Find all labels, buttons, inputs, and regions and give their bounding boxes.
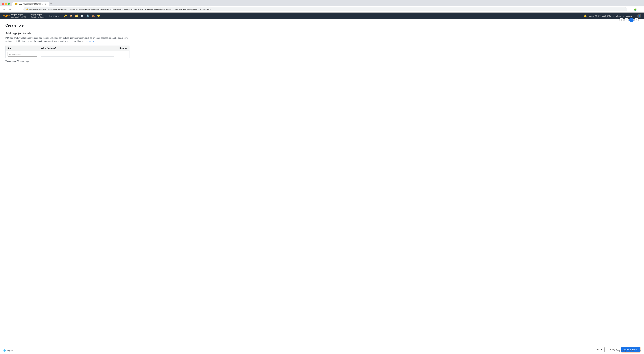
tab-favicon: 🔧 xyxy=(15,3,18,5)
support-chevron-icon: ▾ xyxy=(634,15,635,17)
table-header-row: Key Value (optional) Remove xyxy=(6,46,130,51)
nav-support-label[interactable]: Support xyxy=(626,15,632,17)
notification-bell-icon[interactable]: 🔔 xyxy=(584,14,587,17)
region1-title: Ningxia Region xyxy=(11,14,26,16)
region2-sub: Operated by Sinnet xyxy=(30,16,45,18)
new-tab-button[interactable]: + xyxy=(49,1,54,6)
table-row xyxy=(6,51,130,58)
aws-region2-info: Beijing Region Operated by Sinnet xyxy=(30,14,45,18)
browser-actions: ☆ 🧩 ⋮ xyxy=(628,7,642,11)
tag-value-input[interactable] xyxy=(41,52,114,57)
user-chevron-icon: ▾ xyxy=(613,15,614,17)
dot-green[interactable] xyxy=(8,3,10,5)
back-button[interactable]: ← xyxy=(2,7,6,11)
user-avatar[interactable]: 👤 xyxy=(637,14,641,18)
table-header-key: Key xyxy=(6,46,39,51)
cancel-button[interactable]: Cancel xyxy=(592,347,604,352)
reload-button[interactable]: ↻ xyxy=(14,7,18,11)
step-4: 4 xyxy=(634,18,639,22)
bookmark-icon[interactable]: ☆ xyxy=(628,7,632,11)
page-header-row: Create role 1 2 3 4 xyxy=(5,23,639,30)
tab-title: IAM Management Console xyxy=(19,3,42,5)
tag-key-input[interactable] xyxy=(8,52,37,57)
browser-titlebar: 🔧 IAM Management Console ✕ + xyxy=(0,0,644,6)
services-label: Services xyxy=(49,15,57,17)
url-text: console.amazonaws.cn/iam/home?region=cn-… xyxy=(29,8,625,10)
nav-icon-7[interactable]: ⭐ xyxy=(97,14,100,18)
home-button[interactable]: ⌂ xyxy=(19,7,22,11)
table-header-remove: Remove xyxy=(116,46,130,51)
aws-region-info: Ningxia Region Operated by NWCD xyxy=(11,14,26,18)
learn-more-link[interactable]: Learn more xyxy=(85,40,95,42)
table-header-value: Value (optional) xyxy=(39,46,116,51)
lock-icon: 🔒 xyxy=(26,8,28,10)
step-3-active: 3 xyxy=(629,18,634,22)
nav-icons: 🔑 📦 🗂️ 📋 ⚙️ 📥 ⭐ xyxy=(64,14,100,18)
key-cell xyxy=(6,51,39,58)
nav-icon-2[interactable]: 📦 xyxy=(69,14,73,18)
main-content: Create role 1 2 3 4 Add tags (optional) … xyxy=(0,19,644,354)
nav-icon-4[interactable]: 📋 xyxy=(80,14,84,18)
extensions-icon[interactable]: 🧩 xyxy=(633,7,637,11)
aws-navbar: aws Ningxia Region Operated by NWCD | Be… xyxy=(0,12,644,19)
section-title: Add tags (optional) xyxy=(5,32,639,35)
nav-user-label[interactable]: pcman @ 4200-2996-0748 xyxy=(589,15,611,17)
footer-links: Privacy Policy Terms of Use xyxy=(610,347,644,354)
url-bar[interactable]: 🔒 console.amazonaws.cn/iam/home?region=c… xyxy=(24,7,627,11)
remove-cell xyxy=(116,51,130,58)
description-text: IAM tags are key-value pairs you can add… xyxy=(5,36,130,43)
services-menu-button[interactable]: Services ▾ xyxy=(48,15,60,17)
nav-right: 🔔 pcman @ 4200-2996-0748 ▾ Global ▾ Supp… xyxy=(584,14,641,18)
browser-dots xyxy=(2,3,10,5)
nav-global-label[interactable]: Global xyxy=(616,15,621,17)
content-area: Create role 1 2 3 4 Add tags (optional) … xyxy=(5,23,639,76)
aws-logo-text: aws xyxy=(3,14,10,18)
address-bar: ← → ↻ ⌂ 🔒 console.amazonaws.cn/iam/home?… xyxy=(0,6,644,12)
services-chevron-icon: ▾ xyxy=(58,15,59,17)
footer-language[interactable]: 🌐 English xyxy=(0,347,17,354)
step-2: 2 xyxy=(624,18,628,22)
tags-hint: You can add 50 more tags. xyxy=(5,60,639,62)
region-divider: | xyxy=(28,15,28,17)
tags-table: Key Value (optional) Remove xyxy=(5,45,130,58)
step-1: 1 xyxy=(619,18,624,22)
nav-icon-5[interactable]: ⚙️ xyxy=(86,14,90,18)
nav-icon-1[interactable]: 🔑 xyxy=(64,14,68,18)
browser-chrome: 🔧 IAM Management Console ✕ + ← → ↻ ⌂ 🔒 c… xyxy=(0,0,644,12)
privacy-policy-link[interactable]: Privacy Policy xyxy=(614,349,626,352)
terms-of-use-link[interactable]: Terms of Use xyxy=(629,349,641,352)
nav-icon-6[interactable]: 📥 xyxy=(91,14,95,18)
page-footer: Cancel Previous Next: Review xyxy=(0,345,644,354)
value-cell xyxy=(39,51,116,58)
dot-red[interactable] xyxy=(2,3,4,5)
globe-icon: 🌐 xyxy=(3,349,6,352)
tab-close-button[interactable]: ✕ xyxy=(44,3,46,5)
region1-sub: Operated by NWCD xyxy=(11,16,26,18)
menu-icon[interactable]: ⋮ xyxy=(638,7,642,11)
dot-yellow[interactable] xyxy=(5,3,7,5)
aws-logo[interactable]: aws Ningxia Region Operated by NWCD | Be… xyxy=(3,14,45,18)
page-title: Create role xyxy=(5,23,24,28)
nav-icon-3[interactable]: 🗂️ xyxy=(75,14,78,18)
forward-button[interactable]: → xyxy=(8,7,12,11)
region2-title: Beijing Region xyxy=(30,14,45,16)
browser-tab-active[interactable]: 🔧 IAM Management Console ✕ xyxy=(12,2,49,6)
language-label: English xyxy=(7,349,14,352)
tab-bar: 🔧 IAM Management Console ✕ + xyxy=(12,1,54,6)
wizard-steps: 1 2 3 4 xyxy=(619,18,639,22)
global-chevron-icon: ▾ xyxy=(623,15,624,17)
